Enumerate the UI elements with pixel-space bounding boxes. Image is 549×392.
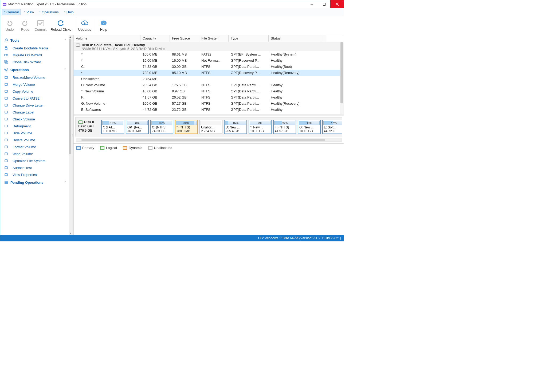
scroll-thumb[interactable]	[81, 139, 326, 141]
svg-rect-6	[37, 21, 44, 26]
undo-button[interactable]: Undo	[2, 17, 17, 34]
col-spacer	[322, 35, 326, 42]
operation-item[interactable]: Resize/Move Volume	[1, 74, 69, 81]
usage-bar: 15%	[225, 121, 246, 125]
gear-icon	[4, 68, 8, 72]
operation-item[interactable]: Delete Volume	[1, 136, 69, 143]
scroll-thumb[interactable]	[69, 39, 71, 154]
partition-label: G: New ...	[298, 125, 320, 129]
table-row[interactable]: C:74.33 GB30.09 GBNTFSGPT(Data Partiti..…	[74, 64, 344, 70]
menu-operations[interactable]: ˅Operations	[37, 9, 61, 15]
col-fs[interactable]: File System	[199, 35, 229, 42]
menu-general[interactable]: ˅General	[2, 9, 21, 15]
operation-item[interactable]: Defragment	[1, 123, 69, 130]
reload-disks-button[interactable]: Reload Disks	[48, 17, 73, 34]
cell-type: GPT(Data Partiti...	[229, 64, 269, 69]
operation-icon	[4, 124, 8, 128]
operation-item[interactable]: Check Volume	[1, 116, 69, 123]
table-row[interactable]: G: New Volume100.0 GB57.27 GBNTFSGPT(Dat…	[74, 100, 344, 107]
updates-button[interactable]: Updates	[77, 17, 92, 34]
cell-vol: *:	[74, 70, 140, 75]
table-row[interactable]: *: New Volume10.00 GB9.97 GBNTFSGPT(Data…	[74, 88, 344, 94]
operation-item[interactable]: Optimize File System	[1, 157, 69, 164]
partition-block[interactable]: Unalloc...2.754 MB	[199, 120, 222, 134]
section-tools[interactable]: Tools ˄	[1, 36, 69, 45]
scroll-up-arrow-icon[interactable]: ▲	[69, 35, 72, 39]
col-free[interactable]: Free Space	[170, 35, 199, 42]
commit-button[interactable]: Commit	[33, 17, 48, 34]
operation-icon	[4, 166, 8, 170]
partition-size: 74.33 GB	[151, 129, 173, 134]
col-volume[interactable]: Volume	[74, 35, 140, 42]
col-status[interactable]: Status	[269, 35, 322, 42]
tool-migrate-os[interactable]: Migrate OS Wizard	[1, 52, 69, 58]
operation-item[interactable]: Change Drive Letter	[1, 102, 69, 109]
table-scrollbar[interactable]	[340, 42, 344, 114]
partition-block[interactable]: 0%*: New ...10.00 GB	[249, 120, 272, 134]
operation-item[interactable]: Surface Test	[1, 164, 69, 171]
partition-label: *: New ...	[249, 125, 271, 129]
tool-create-bootable-media[interactable]: Create Bootable Media	[1, 45, 69, 52]
usage-percent: 15%	[233, 121, 238, 124]
op-label: Migrate OS Wizard	[13, 53, 42, 57]
partition-block[interactable]: 60%C: (NTFS)74.33 GB	[150, 120, 173, 134]
op-label: Merge Volume	[13, 83, 35, 87]
scroll-thumb[interactable]	[340, 42, 343, 103]
operation-item[interactable]: Format Volume	[1, 143, 69, 150]
operation-icon	[4, 159, 8, 163]
operation-item[interactable]: View Properties	[1, 171, 69, 178]
table-row[interactable]: Unallocated2.754 MB	[74, 76, 344, 82]
section-operations[interactable]: Operations ˄	[1, 65, 69, 74]
partition-block[interactable]: 89%*: (NTFS)788.0 MB	[175, 120, 198, 134]
close-button[interactable]	[330, 0, 344, 8]
partition-block[interactable]: 0%GPT(Re...16.00 MB	[126, 120, 149, 134]
disk-map: Disk 0 Basic GPT 476.9 GB 31%*: (FAT...1…	[75, 117, 342, 136]
table-row[interactable]: E: Softwares44.72 GB23.72 GBNTFSGPT(Data…	[74, 107, 344, 113]
cell-vol	[74, 113, 140, 114]
cell-status: Healthy(System)	[269, 52, 322, 57]
disk-map-label[interactable]: Disk 0 Basic GPT 476.9 GB	[78, 120, 100, 134]
sidebar-scrollbar[interactable]: ▲ ▼	[69, 35, 72, 235]
table-row[interactable]: *:788.0 MB85.10 MBNTFSGPT(Recovery P...H…	[74, 70, 344, 76]
maximize-button[interactable]	[318, 0, 330, 8]
menu-view[interactable]: ˅View	[22, 9, 36, 15]
col-type[interactable]: Type	[229, 35, 269, 42]
minimize-button[interactable]	[306, 0, 318, 8]
operation-item[interactable]: Wipe Volume	[1, 150, 69, 157]
table-row[interactable]: D: New Volume205.4 GB175.5 GBNTFSGPT(Dat…	[74, 82, 344, 88]
table-row[interactable]: *:100.0 MB68.61 MBFAT32GPT(EFI System ..…	[74, 51, 344, 57]
operation-item[interactable]: Merge Volume	[1, 81, 69, 88]
tool-clone-disk[interactable]: Clone Disk Wizard	[1, 58, 69, 65]
cell-fs: Not Forma...	[199, 58, 229, 63]
cell-status	[269, 76, 322, 81]
operation-item[interactable]: Copy Volume	[1, 88, 69, 95]
table-row[interactable]: .....	[74, 113, 344, 114]
partition-block[interactable]: 43%G: New ...100.0 GB	[298, 120, 321, 134]
scroll-track[interactable]	[69, 39, 72, 232]
operation-icon	[4, 173, 8, 177]
col-capacity[interactable]: Capacity	[140, 35, 170, 42]
content-area: Tools ˄ Create Bootable Media Migrate OS…	[0, 35, 344, 235]
disk-map-scrollbar[interactable]	[76, 138, 342, 142]
disk-header[interactable]: Disk 0: Solid state, Basic GPT, Healthy …	[74, 42, 344, 51]
list-icon	[4, 180, 8, 185]
help-button[interactable]: ? Help	[96, 17, 111, 34]
scroll-down-arrow-icon[interactable]: ▼	[69, 232, 72, 235]
table-row[interactable]: F:41.57 GB26.52 GBNTFSGPT(Data Partiti..…	[74, 94, 344, 100]
partition-block[interactable]: 36%F: (NTFS)41.57 GB	[273, 120, 296, 134]
operation-item[interactable]: Convert to FAT32	[1, 95, 69, 102]
menu-help[interactable]: ˅Help	[62, 9, 76, 15]
operation-item[interactable]: Change Label	[1, 109, 69, 116]
partition-block[interactable]: 15%D: New ...205.4 GB	[224, 120, 247, 134]
partition-block[interactable]: 31%*: (FAT...100.0 MB	[101, 120, 124, 134]
table-row[interactable]: *:16.00 MB16.00 MBNot Forma...GPT(Reserv…	[74, 57, 344, 64]
partition-label: Unalloc...	[200, 125, 222, 129]
svg-rect-20	[5, 111, 7, 113]
operation-item[interactable]: Hide Volume	[1, 130, 69, 136]
partition-block[interactable]: 47%E: Soft...44.72 G	[322, 120, 342, 134]
cell-free: 57.27 GB	[170, 101, 199, 106]
redo-button[interactable]: Redo	[17, 17, 33, 34]
disk-icon	[78, 120, 83, 124]
section-pending[interactable]: Pending Operations ˄	[1, 178, 69, 187]
cell-status	[269, 113, 322, 114]
